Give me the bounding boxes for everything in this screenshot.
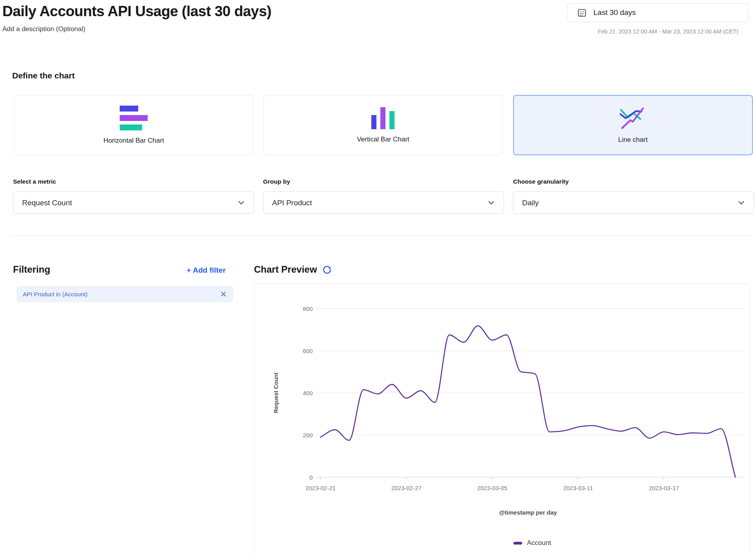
- vertical-bar-chart-icon: [371, 107, 395, 129]
- chart-preview-title: Chart Preview: [254, 264, 317, 275]
- chevron-down-icon: [488, 201, 494, 204]
- svg-text:2023-02-21: 2023-02-21: [306, 485, 336, 491]
- legend-swatch-account: [513, 542, 522, 545]
- chart-type-label: Horizontal Bar Chart: [104, 137, 164, 145]
- chevron-down-icon: [238, 201, 244, 204]
- chart-type-line[interactable]: Line chart: [513, 95, 753, 155]
- granularity-label: Choose granularity: [513, 178, 754, 185]
- granularity-select[interactable]: Daily: [513, 191, 754, 214]
- legend-label-account: Account: [527, 539, 551, 547]
- svg-text:400: 400: [303, 390, 313, 396]
- filtering-heading: Filtering: [13, 264, 50, 275]
- define-chart-heading: Define the chart: [12, 71, 75, 80]
- svg-text:2023-03-17: 2023-03-17: [649, 485, 679, 491]
- date-range-text: Feb 21, 2023 12:00 AM - Mar 23, 2023 12:…: [598, 28, 738, 35]
- svg-text:0: 0: [309, 474, 313, 481]
- svg-text:800: 800: [303, 305, 313, 312]
- chart-type-horizontal-bar[interactable]: Horizontal Bar Chart: [14, 95, 253, 155]
- chevron-down-icon: [738, 201, 744, 204]
- close-icon[interactable]: ✕: [220, 290, 227, 298]
- date-picker-label: Last 30 days: [593, 8, 636, 17]
- filter-chip-label: API Product in (Account): [23, 291, 87, 297]
- group-by-label: Group by: [263, 178, 504, 185]
- chart-preview-panel: 02004006008002023-02-212023-02-272023-03…: [254, 283, 750, 554]
- filter-chip: API Product in (Account) ✕: [17, 286, 233, 302]
- svg-text:2023-02-27: 2023-02-27: [391, 485, 422, 491]
- chart-type-label: Line chart: [618, 136, 648, 144]
- refresh-icon[interactable]: [322, 265, 332, 274]
- svg-text:600: 600: [303, 348, 313, 354]
- metric-field-group: Select a metric Request Count: [13, 178, 254, 214]
- description-placeholder[interactable]: Add a description (Optional): [2, 25, 85, 33]
- granularity-field-group: Choose granularity Daily: [513, 178, 754, 214]
- page-title: Daily Accounts API Usage (last 30 days): [2, 3, 271, 20]
- horizontal-bar-chart-icon: [120, 106, 148, 130]
- group-by-field-group: Group by API Product: [263, 178, 504, 214]
- chart-type-vertical-bar[interactable]: Vertical Bar Chart: [263, 95, 502, 155]
- svg-text:@timestamp per day: @timestamp per day: [499, 509, 557, 516]
- group-by-select[interactable]: API Product: [263, 191, 504, 214]
- group-by-value: API Product: [272, 199, 312, 207]
- chart-type-cards: Horizontal Bar Chart Vertical Bar Chart …: [14, 95, 753, 155]
- chart-type-label: Vertical Bar Chart: [357, 136, 409, 143]
- svg-text:Request Count: Request Count: [273, 372, 279, 413]
- date-range-picker[interactable]: Last 30 days: [567, 3, 749, 22]
- metric-label: Select a metric: [13, 178, 254, 185]
- line-chart-icon: [619, 107, 647, 130]
- section-divider: [11, 235, 753, 236]
- svg-text:2023-03-11: 2023-03-11: [563, 485, 593, 491]
- calendar-icon: [577, 7, 587, 18]
- svg-text:200: 200: [303, 432, 313, 439]
- metric-value: Request Count: [22, 199, 72, 207]
- metric-select[interactable]: Request Count: [13, 191, 254, 214]
- line-chart: 02004006008002023-02-212023-02-272023-03…: [254, 284, 750, 525]
- chart-legend[interactable]: Account: [321, 539, 744, 547]
- add-filter-button[interactable]: + Add filter: [187, 266, 235, 275]
- svg-text:2023-03-05: 2023-03-05: [477, 485, 508, 491]
- chart-preview-heading: Chart Preview: [254, 264, 332, 275]
- granularity-value: Daily: [522, 199, 539, 207]
